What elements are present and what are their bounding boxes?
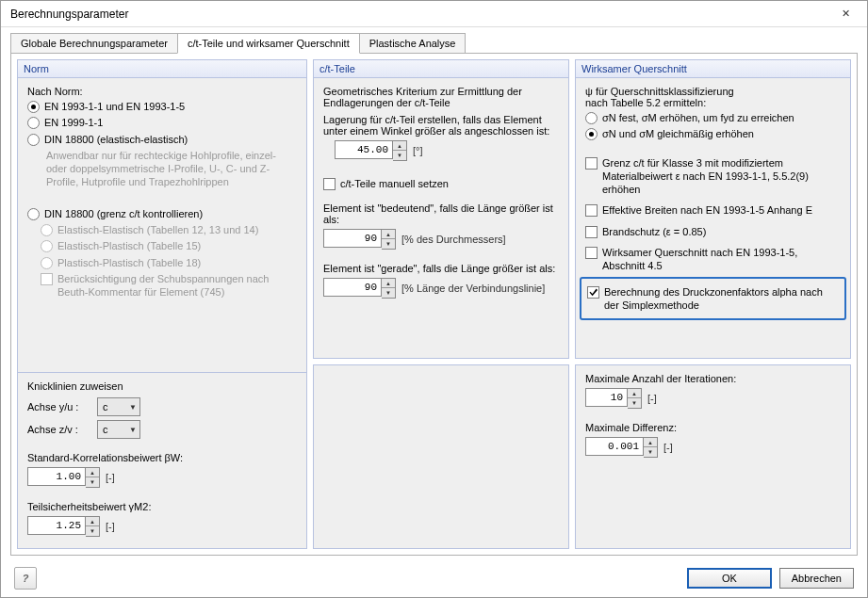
straight-input[interactable] [323, 278, 382, 297]
spin-down-icon[interactable]: ▼ [628, 398, 641, 408]
correlation-input[interactable] [27, 467, 86, 486]
cancel-button[interactable]: Abbrechen [779, 568, 854, 589]
ct-header: c/t-Teile [314, 60, 568, 78]
check-label: Effektive Breiten nach EN 1993-1-5 Anhan… [602, 203, 812, 217]
dialog-window: Berechnungsparameter ✕ Globale Berechnun… [0, 0, 868, 598]
radio-plastic-plastic: Plastisch-Plastisch (Tabelle 18) [41, 256, 297, 269]
check-effektive-breiten[interactable]: Effektive Breiten nach EN 1993-1-5 Anhan… [585, 203, 841, 217]
spin-down-icon[interactable]: ▼ [644, 447, 657, 457]
close-icon: ✕ [842, 8, 850, 20]
eff-column-stack: Wirksamer Querschnitt ψ für Querschnitts… [575, 59, 851, 549]
radio-label: Plastisch-Plastisch (Tabelle 18) [57, 256, 201, 269]
close-button[interactable]: ✕ [831, 4, 860, 24]
check-grenz-ct-mod[interactable]: Grenz c/t für Klasse 3 mit modifiziertem… [585, 156, 841, 197]
radio-en1999[interactable]: EN 1999-1-1 [27, 116, 297, 129]
safety-spinner[interactable]: ▲▼ [27, 516, 100, 537]
correlation-unit: [-] [106, 472, 115, 483]
spin-up-icon[interactable]: ▲ [86, 517, 99, 526]
eff-panel: Wirksamer Querschnitt ψ für Querschnitts… [575, 59, 851, 359]
check-label: c/t-Teile manuell setzen [340, 177, 449, 190]
chevron-down-icon: ▼ [129, 426, 137, 434]
check-schubspannungen: Berücksichtigung der Schubspannungen nac… [41, 272, 297, 299]
radio-en1993[interactable]: EN 1993-1-1 und EN 1993-1-5 [27, 100, 297, 113]
spin-down-icon[interactable]: ▼ [382, 239, 395, 249]
angle-spinner[interactable]: ▲▼ [335, 140, 407, 161]
axis-zv-select[interactable]: c ▼ [97, 420, 140, 439]
check-manual-ct[interactable]: c/t-Teile manuell setzen [323, 177, 559, 190]
spin-up-icon[interactable]: ▲ [86, 468, 99, 477]
check-wirksamer-querschnitt[interactable]: Wirksamer Querschnitt nach EN 1993-1-5, … [585, 246, 841, 273]
radio-icon [27, 117, 40, 129]
max-iter-label: Maximale Anzahl der Iterationen: [585, 373, 841, 384]
ct-panel: c/t-Teile Geometrisches Kriterium zur Er… [313, 59, 569, 359]
straight-spinner[interactable]: ▲▼ [323, 278, 396, 299]
tab-content: Norm Nach Norm: EN 1993-1-1 und EN 1993-… [10, 53, 858, 556]
max-diff-unit: [-] [663, 442, 673, 453]
help-button[interactable]: ? [14, 567, 37, 590]
titlebar: Berechnungsparameter ✕ [1, 1, 867, 27]
spin-up-icon[interactable]: ▲ [644, 438, 657, 447]
check-icon [585, 157, 598, 170]
tab-plastische-analyse[interactable]: Plastische Analyse [359, 33, 467, 53]
buckling-title: Knicklinien zuweisen [27, 380, 297, 392]
max-diff-label: Maximale Differenz: [585, 422, 841, 433]
spin-down-icon[interactable]: ▼ [86, 477, 99, 487]
radio-icon [41, 240, 53, 252]
ct-angle-text: Lagerung für c/t-Teil erstellen, falls d… [323, 114, 559, 137]
spin-down-icon[interactable]: ▼ [86, 526, 99, 536]
psi-line1: ψ für Querschnittsklassifizierung [585, 86, 841, 97]
radio-din18800-elastic[interactable]: DIN 18800 (elastisch-elastisch) [27, 133, 297, 146]
radio-sigma-fixed[interactable]: σN fest, σM erhöhen, um fyd zu erreichen [585, 111, 841, 124]
safety-label: Teilsicherheitsbeiwert γM2: [27, 501, 297, 512]
norm-according-label: Nach Norm: [27, 86, 297, 97]
radio-label: σN und σM gleichmäßig erhöhen [602, 127, 754, 140]
spin-up-icon[interactable]: ▲ [628, 389, 641, 398]
spin-up-icon[interactable]: ▲ [382, 230, 395, 239]
max-iter-spinner[interactable]: ▲▼ [585, 388, 642, 409]
radio-label: σN fest, σM erhöhen, um fyd zu erreichen [602, 111, 794, 124]
safety-input[interactable] [27, 516, 86, 535]
check-icon [41, 273, 53, 285]
radio-label: Elastisch-Plastisch (Tabelle 15) [57, 239, 201, 252]
ct-geom-text: Geometrisches Kriterium zur Ermittlung d… [323, 86, 559, 108]
radio-sigma-uniform[interactable]: σN und σM gleichmäßig erhöhen [585, 127, 841, 140]
significant-input[interactable] [323, 229, 382, 248]
tab-global[interactable]: Globale Berechnungsparameter [10, 33, 178, 53]
spin-up-icon[interactable]: ▲ [393, 141, 406, 151]
radio-din18800-grenz[interactable]: DIN 18800 (grenz c/t kontrollieren) [27, 207, 297, 220]
spin-up-icon[interactable]: ▲ [382, 279, 395, 288]
significant-unit: [% des Durchmessers] [401, 234, 506, 245]
radio-elastic-plastic: Elastisch-Plastisch (Tabelle 15) [41, 239, 297, 252]
check-icon [585, 247, 598, 259]
din18800-description: Anwendbar nur für rechteckige Hohlprofil… [46, 149, 297, 189]
norm-body: Nach Norm: EN 1993-1-1 und EN 1993-1-5 E… [18, 78, 306, 370]
safety-unit: [-] [106, 521, 115, 532]
max-diff-spinner[interactable]: ▲▼ [585, 437, 658, 458]
axis-yu-select[interactable]: c ▼ [97, 397, 140, 416]
axis-zv-value: c [103, 424, 108, 435]
max-diff-input[interactable] [585, 437, 644, 456]
check-label: Grenz c/t für Klasse 3 mit modifiziertem… [602, 156, 841, 197]
tab-ct-querschnitt[interactable]: c/t-Teile und wirksamer Querschnitt [177, 33, 360, 54]
correlation-spinner[interactable]: ▲▼ [27, 467, 100, 488]
straight-unit: [% Länge der Verbindungslinie] [401, 283, 545, 294]
check-brandschutz[interactable]: Brandschutz (ε = 0.85) [585, 225, 841, 238]
axis-zv-label: Achse z/v : [27, 424, 91, 435]
significant-spinner[interactable]: ▲▼ [323, 229, 396, 250]
spin-down-icon[interactable]: ▼ [393, 151, 406, 160]
max-iter-input[interactable] [585, 388, 628, 407]
spin-down-icon[interactable]: ▼ [382, 288, 395, 298]
eff-header: Wirksamer Querschnitt [576, 60, 850, 78]
ok-button[interactable]: OK [687, 568, 772, 589]
angle-input[interactable] [335, 140, 393, 159]
norm-header: Norm [18, 60, 306, 78]
check-icon [323, 178, 336, 190]
help-icon: ? [23, 573, 29, 584]
radio-label: EN 1999-1-1 [44, 116, 103, 129]
check-simplex-alpha[interactable]: Berechnung des Druckzonenfaktors alpha n… [587, 285, 839, 313]
radio-icon [41, 224, 53, 236]
buckling-panel: Knicklinien zuweisen Achse y/u : c ▼ Ach… [18, 372, 306, 548]
radio-icon [585, 112, 598, 124]
check-label: Berücksichtigung der Schubspannungen nac… [57, 272, 297, 299]
check-label: Berechnung des Druckzonenfaktors alpha n… [604, 285, 839, 313]
